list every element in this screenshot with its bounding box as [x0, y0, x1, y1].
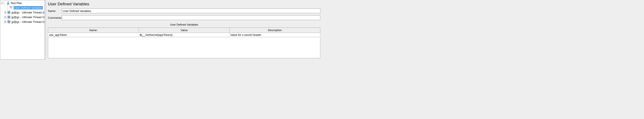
- svg-point-23: [8, 21, 10, 22]
- variables-table: Name:ValueDescription udv_appToken${__Ge…: [48, 28, 320, 37]
- tree-item-label: jp@gc - Ultimate Thread Group: [12, 20, 45, 24]
- column-header-1[interactable]: Value: [139, 28, 230, 33]
- name-row: Name:: [48, 9, 320, 13]
- table-empty-area[interactable]: [48, 37, 320, 58]
- comments-row: Comments:: [48, 15, 320, 20]
- content-panel: User Defined Variables Name: Comments: U…: [46, 0, 322, 60]
- table-title: User Defined Variables: [48, 23, 320, 26]
- svg-line-29: [10, 23, 10, 23]
- variables-table-section: User Defined Variables Name:ValueDescrip…: [48, 23, 320, 58]
- comments-input[interactable]: [62, 15, 320, 20]
- svg-line-19: [10, 18, 10, 18]
- tree-root-label: Test Plan: [11, 2, 22, 5]
- svg-line-20: [8, 18, 8, 18]
- flask-icon: [6, 1, 10, 5]
- tree-connector: [4, 1, 6, 5]
- svg-line-21: [10, 16, 10, 17]
- test-plan-tree: − Test Plan User Defined Variables+jp@gc…: [0, 0, 45, 25]
- collapse-icon[interactable]: −: [1, 2, 4, 4]
- expand-icon[interactable]: +: [4, 21, 6, 23]
- tree-panel: − Test Plan User Defined Variables+jp@gc…: [0, 0, 45, 60]
- tree-node-0[interactable]: User Defined Variables: [0, 5, 45, 10]
- svg-point-1: [11, 8, 12, 9]
- name-input[interactable]: [62, 9, 320, 13]
- column-header-2[interactable]: Description: [230, 28, 320, 33]
- tree-item-label: jp@gc - Ultimate Thread Group: [12, 11, 45, 14]
- svg-line-8: [8, 11, 8, 12]
- wrench-icon: [9, 6, 13, 10]
- cell-name[interactable]: udv_appToken: [48, 33, 139, 37]
- expand-icon[interactable]: +: [4, 11, 6, 14]
- tree-connector: [7, 5, 8, 10]
- name-label: Name:: [48, 9, 62, 13]
- comments-label: Comments:: [48, 16, 62, 19]
- table-row[interactable]: udv_appToken${__GetSecret(appToken)}Valu…: [48, 33, 320, 37]
- svg-rect-0: [8, 2, 9, 2]
- svg-line-18: [8, 16, 8, 17]
- svg-point-3: [8, 12, 10, 13]
- svg-point-13: [8, 17, 10, 18]
- tree-node-2[interactable]: +jp@gc - Ultimate Thread Group: [0, 15, 45, 19]
- tree-node-1[interactable]: +jp@gc - Ultimate Thread Group: [0, 10, 45, 15]
- svg-line-31: [10, 21, 10, 21]
- tree-node-test-plan[interactable]: − Test Plan: [0, 1, 45, 5]
- tree-item-label: jp@gc - Ultimate Thread Group: [12, 16, 45, 19]
- expand-icon[interactable]: +: [4, 16, 6, 18]
- svg-line-30: [8, 23, 8, 23]
- svg-line-28: [8, 21, 8, 21]
- svg-line-9: [10, 13, 10, 14]
- tree-item-label: User Defined Variables: [14, 6, 43, 9]
- page-title: User Defined Variables: [48, 1, 320, 7]
- tree-node-3[interactable]: +jp@gc - Ultimate Thread Group: [0, 19, 45, 24]
- cell-value[interactable]: ${__GetSecret(appToken)}: [139, 33, 230, 37]
- cell-description[interactable]: Value for x-secret header: [230, 33, 320, 37]
- column-header-0[interactable]: Name:: [48, 28, 139, 33]
- svg-line-11: [10, 11, 10, 12]
- svg-line-10: [8, 13, 8, 14]
